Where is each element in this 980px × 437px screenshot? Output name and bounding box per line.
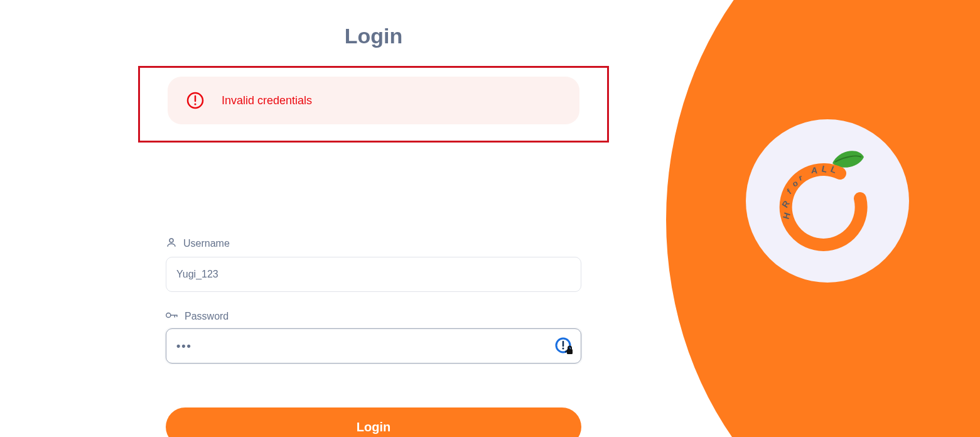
password-label: Password — [185, 311, 229, 322]
svg-point-11 — [170, 239, 173, 242]
warning-icon — [185, 90, 205, 111]
svg-point-10 — [194, 103, 196, 105]
login-panel: Login Invalid credentials Username — [138, 24, 609, 437]
user-icon — [166, 237, 177, 251]
password-manager-icon[interactable] — [554, 336, 574, 356]
key-icon — [166, 311, 178, 322]
svg-text:A: A — [811, 165, 818, 175]
error-message: Invalid credentials — [222, 94, 312, 107]
username-label: Username — [183, 238, 230, 249]
error-alert: Invalid credentials — [168, 77, 579, 124]
brand-logo-circle: H R f o r A L L — [746, 119, 909, 283]
password-input[interactable] — [166, 328, 581, 364]
svg-point-19 — [563, 348, 564, 350]
brand-logo: H R f o r A L L — [765, 138, 890, 264]
svg-rect-20 — [567, 349, 573, 354]
username-input[interactable] — [166, 257, 581, 292]
login-form: Username Password — [138, 237, 609, 437]
error-highlight-box: Invalid credentials — [138, 66, 609, 143]
svg-point-12 — [166, 313, 171, 317]
page-title: Login — [138, 24, 609, 48]
login-button[interactable]: Login — [166, 407, 581, 437]
username-label-row: Username — [166, 237, 581, 251]
password-label-row: Password — [166, 311, 581, 322]
